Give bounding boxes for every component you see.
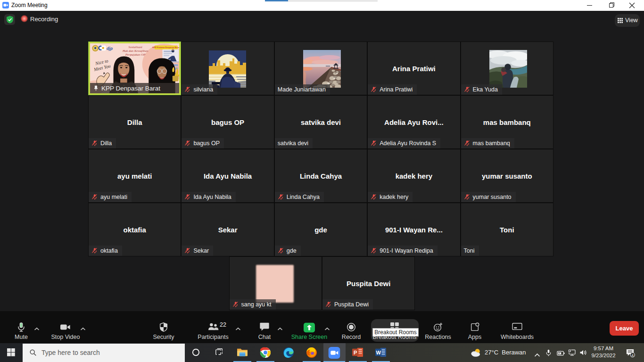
svg-text:Hak dan Kewajiban: Hak dan Kewajiban (122, 49, 149, 52)
svg-text:W: W (376, 350, 381, 355)
svg-text:Perpajakan OP: Perpajakan OP (125, 52, 145, 56)
svg-text:Sosialisasi: Sosialisasi (129, 45, 142, 49)
svg-text:KPP Pratama Denpasar Barat: KPP Pratama Denpasar Barat (152, 46, 179, 49)
svg-text:4: 4 (632, 353, 634, 357)
svg-text:djp: djp (107, 46, 113, 51)
svg-text:P: P (354, 350, 357, 355)
